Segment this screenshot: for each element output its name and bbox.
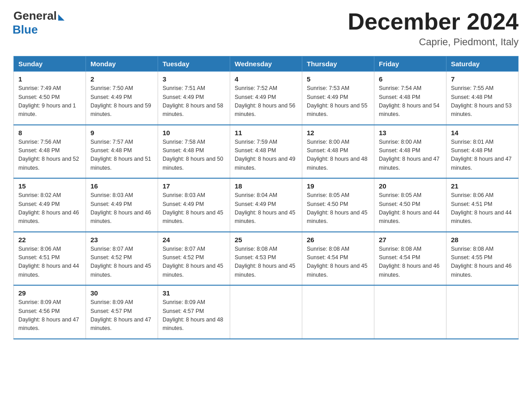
calendar-week-row: 1 Sunrise: 7:49 AM Sunset: 4:50 PM Dayli… [14, 72, 519, 125]
day-number: 10 [163, 129, 225, 137]
table-row: 11 Sunrise: 7:59 AM Sunset: 4:48 PM Dayl… [230, 125, 302, 179]
day-info: Sunrise: 8:04 AM Sunset: 4:49 PM Dayligh… [235, 191, 297, 226]
day-number: 12 [307, 129, 369, 137]
table-row: 9 Sunrise: 7:57 AM Sunset: 4:48 PM Dayli… [86, 125, 158, 179]
calendar-week-row: 29 Sunrise: 8:09 AM Sunset: 4:56 PM Dayl… [14, 285, 519, 339]
day-number: 2 [90, 75, 153, 83]
day-number: 13 [379, 129, 442, 137]
calendar-week-row: 8 Sunrise: 7:56 AM Sunset: 4:48 PM Dayli… [14, 125, 519, 179]
day-info: Sunrise: 8:00 AM Sunset: 4:48 PM Dayligh… [307, 138, 369, 173]
day-number: 8 [18, 129, 81, 137]
table-row: 25 Sunrise: 8:08 AM Sunset: 4:53 PM Dayl… [230, 232, 302, 286]
table-row: 1 Sunrise: 7:49 AM Sunset: 4:50 PM Dayli… [14, 72, 86, 125]
day-info: Sunrise: 8:08 AM Sunset: 4:55 PM Dayligh… [451, 245, 514, 280]
col-friday: Friday [374, 56, 446, 72]
day-info: Sunrise: 8:09 AM Sunset: 4:57 PM Dayligh… [163, 298, 225, 333]
table-row: 6 Sunrise: 7:54 AM Sunset: 4:48 PM Dayli… [374, 72, 446, 125]
table-row: 23 Sunrise: 8:07 AM Sunset: 4:52 PM Dayl… [86, 232, 158, 286]
col-thursday: Thursday [302, 56, 374, 72]
table-row: 30 Sunrise: 8:09 AM Sunset: 4:57 PM Dayl… [86, 285, 158, 339]
table-row: 14 Sunrise: 8:01 AM Sunset: 4:48 PM Dayl… [446, 125, 519, 179]
table-row: 28 Sunrise: 8:08 AM Sunset: 4:55 PM Dayl… [446, 232, 519, 286]
table-row: 21 Sunrise: 8:06 AM Sunset: 4:51 PM Dayl… [446, 178, 519, 232]
day-info: Sunrise: 8:05 AM Sunset: 4:50 PM Dayligh… [307, 191, 369, 226]
table-row: 12 Sunrise: 8:00 AM Sunset: 4:48 PM Dayl… [302, 125, 374, 179]
table-row [374, 285, 446, 339]
day-number: 23 [90, 236, 153, 244]
day-number: 19 [307, 182, 369, 190]
day-number: 28 [451, 236, 514, 244]
day-info: Sunrise: 7:51 AM Sunset: 4:49 PM Dayligh… [163, 84, 225, 119]
logo: General Blue [13, 9, 64, 37]
day-info: Sunrise: 8:06 AM Sunset: 4:51 PM Dayligh… [451, 191, 514, 226]
day-info: Sunrise: 8:09 AM Sunset: 4:56 PM Dayligh… [18, 298, 81, 333]
day-number: 31 [163, 289, 225, 297]
day-number: 9 [90, 129, 153, 137]
table-row: 31 Sunrise: 8:09 AM Sunset: 4:57 PM Dayl… [158, 285, 230, 339]
day-info: Sunrise: 7:49 AM Sunset: 4:50 PM Dayligh… [18, 84, 81, 119]
day-number: 15 [18, 182, 81, 190]
day-info: Sunrise: 7:53 AM Sunset: 4:49 PM Dayligh… [307, 84, 369, 119]
table-row: 7 Sunrise: 7:55 AM Sunset: 4:48 PM Dayli… [446, 72, 519, 125]
day-number: 6 [379, 75, 442, 83]
day-info: Sunrise: 8:03 AM Sunset: 4:49 PM Dayligh… [163, 191, 225, 226]
table-row: 2 Sunrise: 7:50 AM Sunset: 4:49 PM Dayli… [86, 72, 158, 125]
col-wednesday: Wednesday [230, 56, 302, 72]
day-info: Sunrise: 8:07 AM Sunset: 4:52 PM Dayligh… [90, 245, 153, 280]
table-row [302, 285, 374, 339]
day-number: 16 [90, 182, 153, 190]
day-info: Sunrise: 7:55 AM Sunset: 4:48 PM Dayligh… [451, 84, 514, 119]
table-row [230, 285, 302, 339]
day-info: Sunrise: 7:52 AM Sunset: 4:49 PM Dayligh… [235, 84, 297, 119]
day-info: Sunrise: 8:01 AM Sunset: 4:48 PM Dayligh… [451, 138, 514, 173]
table-row: 8 Sunrise: 7:56 AM Sunset: 4:48 PM Dayli… [14, 125, 86, 179]
day-info: Sunrise: 8:09 AM Sunset: 4:57 PM Dayligh… [90, 298, 153, 333]
table-row: 5 Sunrise: 7:53 AM Sunset: 4:49 PM Dayli… [302, 72, 374, 125]
calendar-week-row: 15 Sunrise: 8:02 AM Sunset: 4:49 PM Dayl… [14, 178, 519, 232]
day-number: 17 [163, 182, 225, 190]
table-row: 20 Sunrise: 8:05 AM Sunset: 4:50 PM Dayl… [374, 178, 446, 232]
calendar-table: Sunday Monday Tuesday Wednesday Thursday… [13, 56, 519, 339]
col-monday: Monday [86, 56, 158, 72]
day-number: 5 [307, 75, 369, 83]
day-number: 3 [163, 75, 225, 83]
location-title: Caprie, Piedmont, Italy [348, 36, 519, 48]
logo-general-text: General [13, 9, 57, 23]
day-info: Sunrise: 8:05 AM Sunset: 4:50 PM Dayligh… [379, 191, 442, 226]
day-info: Sunrise: 7:57 AM Sunset: 4:48 PM Dayligh… [90, 138, 153, 173]
day-info: Sunrise: 8:02 AM Sunset: 4:49 PM Dayligh… [18, 191, 81, 226]
day-number: 14 [451, 129, 514, 137]
day-info: Sunrise: 7:59 AM Sunset: 4:48 PM Dayligh… [235, 138, 297, 173]
day-number: 18 [235, 182, 297, 190]
table-row: 22 Sunrise: 8:06 AM Sunset: 4:51 PM Dayl… [14, 232, 86, 286]
day-info: Sunrise: 7:56 AM Sunset: 4:48 PM Dayligh… [18, 138, 81, 173]
day-info: Sunrise: 8:08 AM Sunset: 4:54 PM Dayligh… [307, 245, 369, 280]
day-info: Sunrise: 8:00 AM Sunset: 4:48 PM Dayligh… [379, 138, 442, 173]
day-number: 24 [163, 236, 225, 244]
month-title: December 2024 [348, 9, 519, 34]
table-row: 27 Sunrise: 8:08 AM Sunset: 4:54 PM Dayl… [374, 232, 446, 286]
table-row: 24 Sunrise: 8:07 AM Sunset: 4:52 PM Dayl… [158, 232, 230, 286]
day-info: Sunrise: 8:08 AM Sunset: 4:53 PM Dayligh… [235, 245, 297, 280]
table-row [446, 285, 519, 339]
day-number: 21 [451, 182, 514, 190]
day-info: Sunrise: 8:03 AM Sunset: 4:49 PM Dayligh… [90, 191, 153, 226]
header: General Blue December 2024 Caprie, Piedm… [13, 9, 519, 48]
day-number: 22 [18, 236, 81, 244]
day-info: Sunrise: 7:50 AM Sunset: 4:49 PM Dayligh… [90, 84, 153, 119]
day-number: 20 [379, 182, 442, 190]
day-number: 7 [451, 75, 514, 83]
table-row: 3 Sunrise: 7:51 AM Sunset: 4:49 PM Dayli… [158, 72, 230, 125]
col-tuesday: Tuesday [158, 56, 230, 72]
day-number: 27 [379, 236, 442, 244]
day-info: Sunrise: 8:07 AM Sunset: 4:52 PM Dayligh… [163, 245, 225, 280]
table-row: 13 Sunrise: 8:00 AM Sunset: 4:48 PM Dayl… [374, 125, 446, 179]
day-number: 1 [18, 75, 81, 83]
day-info: Sunrise: 8:08 AM Sunset: 4:54 PM Dayligh… [379, 245, 442, 280]
table-row: 17 Sunrise: 8:03 AM Sunset: 4:49 PM Dayl… [158, 178, 230, 232]
day-info: Sunrise: 7:58 AM Sunset: 4:48 PM Dayligh… [163, 138, 225, 173]
day-info: Sunrise: 8:06 AM Sunset: 4:51 PM Dayligh… [18, 245, 81, 280]
table-row: 26 Sunrise: 8:08 AM Sunset: 4:54 PM Dayl… [302, 232, 374, 286]
table-row: 19 Sunrise: 8:05 AM Sunset: 4:50 PM Dayl… [302, 178, 374, 232]
logo-triangle-icon [58, 14, 64, 21]
